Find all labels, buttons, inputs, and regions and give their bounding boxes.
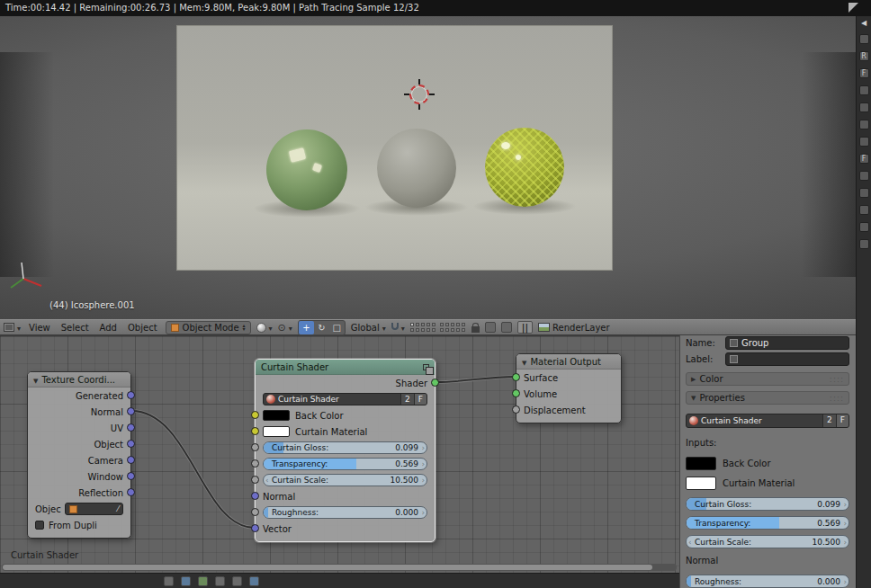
menu-select[interactable]: Select xyxy=(58,323,92,333)
vector-input-socket[interactable] xyxy=(251,492,259,500)
node-texture-coordinate[interactable]: Texture Coordi... Generated Normal UV Ob… xyxy=(27,371,131,539)
editor-type-icon[interactable] xyxy=(164,576,174,586)
shader-output-socket[interactable] xyxy=(431,379,439,387)
name-field[interactable]: Group xyxy=(725,336,849,350)
output-socket[interactable] xyxy=(127,456,135,464)
properties-section-header[interactable]: Properties :::: xyxy=(686,391,849,405)
shader-input-socket[interactable] xyxy=(512,389,520,397)
menu-view[interactable]: View xyxy=(26,323,53,333)
layer-dot[interactable] xyxy=(462,328,465,332)
curtain-material-swatch[interactable] xyxy=(686,477,716,490)
from-dupli-checkbox[interactable] xyxy=(35,521,44,530)
properties-tab-icon[interactable] xyxy=(859,239,869,249)
layer-dot[interactable] xyxy=(416,323,419,326)
scale-manipulator-button[interactable]: □ xyxy=(329,321,345,334)
properties-tab-icon[interactable] xyxy=(859,85,869,95)
roughness-slider[interactable]: Roughness: 0.000 xyxy=(263,506,427,519)
node-header[interactable]: Curtain Shader xyxy=(256,360,435,375)
node-footer-icon[interactable] xyxy=(232,576,242,586)
layer-dot[interactable] xyxy=(410,323,414,326)
layer-dot[interactable] xyxy=(410,328,414,332)
shading-dropdown[interactable] xyxy=(256,323,273,333)
label-field[interactable] xyxy=(725,352,849,366)
curtain-gloss-slider[interactable]: Curtain Gloss: 0.099 xyxy=(686,497,849,511)
back-color-swatch[interactable] xyxy=(263,410,290,421)
back-color-swatch[interactable] xyxy=(686,457,716,470)
render-layer-selector[interactable]: RenderLayer xyxy=(538,323,609,333)
orientation-dropdown[interactable]: Global xyxy=(351,323,386,333)
mode-dropdown[interactable]: Object Mode xyxy=(166,321,251,334)
horizontal-scrollbar[interactable] xyxy=(2,564,677,571)
output-socket[interactable] xyxy=(127,423,135,432)
layer-dot[interactable] xyxy=(427,323,430,326)
properties-tab-icon[interactable]: F xyxy=(859,154,869,164)
value-input-socket[interactable] xyxy=(512,405,520,414)
layer-dot[interactable] xyxy=(451,328,454,332)
properties-tab-icon[interactable]: F xyxy=(859,68,869,78)
lock-icon[interactable] xyxy=(471,326,480,333)
menu-add[interactable]: Add xyxy=(97,323,120,333)
output-socket[interactable] xyxy=(127,440,135,448)
material-users-button[interactable]: 2 xyxy=(822,414,836,427)
layer-dot[interactable] xyxy=(421,323,425,326)
output-socket[interactable] xyxy=(127,391,135,399)
render-pause-button[interactable]: || xyxy=(517,321,533,334)
output-socket[interactable] xyxy=(127,488,135,496)
curtain-scale-slider[interactable]: Curtain Scale: 10.500 xyxy=(686,535,849,548)
layer-dot[interactable] xyxy=(416,328,419,332)
properties-tab-icon[interactable] xyxy=(859,120,869,129)
material-fake-user-button[interactable]: F xyxy=(836,414,849,427)
area-resize-corner[interactable] xyxy=(849,3,858,13)
properties-tab-icon[interactable] xyxy=(859,34,869,44)
menu-object[interactable]: Object xyxy=(125,323,160,333)
properties-tab-icon[interactable] xyxy=(859,222,869,232)
layer-dot[interactable] xyxy=(445,323,449,326)
value-input-socket[interactable] xyxy=(251,459,259,468)
color-input-socket[interactable] xyxy=(251,427,259,435)
layer-dot[interactable] xyxy=(462,323,465,326)
node-material-output[interactable]: Material Output Surface Volume Displacem… xyxy=(516,353,622,423)
render-visibility-icon[interactable] xyxy=(485,322,496,333)
collapse-left-arrow-icon[interactable]: ◀ xyxy=(861,19,867,27)
snap-button[interactable] xyxy=(391,323,405,333)
node-footer-icon[interactable] xyxy=(181,576,191,586)
curtain-scale-slider[interactable]: Curtain Scale: 10.500 xyxy=(263,474,427,486)
value-input-socket[interactable] xyxy=(251,443,259,451)
value-input-socket[interactable] xyxy=(251,476,259,484)
properties-tab-icon[interactable] xyxy=(859,188,869,198)
transparency-slider[interactable]: Transparency: 0.569 xyxy=(263,458,427,470)
collapse-triangle-icon[interactable] xyxy=(33,375,38,385)
value-input-socket[interactable] xyxy=(251,508,259,516)
shader-input-socket[interactable] xyxy=(512,373,520,381)
vector-input-socket[interactable] xyxy=(251,524,259,532)
layer-dot[interactable] xyxy=(432,323,436,326)
layer-dot[interactable] xyxy=(445,328,449,332)
material-fake-user-button[interactable]: F xyxy=(414,394,427,405)
layer-dot[interactable] xyxy=(440,328,444,332)
pivot-dropdown[interactable] xyxy=(278,322,292,334)
translate-manipulator-button[interactable]: + xyxy=(299,321,314,334)
color-section-header[interactable]: Color :::: xyxy=(686,372,849,386)
color-input-socket[interactable] xyxy=(251,411,259,419)
node-expand-icon[interactable] xyxy=(423,364,429,370)
roughness-slider[interactable]: Roughness: 0.000 xyxy=(686,575,849,588)
node-footer-icon[interactable] xyxy=(198,576,208,586)
layer-dot[interactable] xyxy=(456,323,460,326)
layer-dot[interactable] xyxy=(440,323,444,326)
properties-tab-icon[interactable]: R xyxy=(859,51,869,61)
collapse-triangle-icon[interactable] xyxy=(522,357,526,367)
viewport-3d[interactable]: (44) Icosphere.001 xyxy=(0,16,856,319)
properties-tab-icon[interactable] xyxy=(859,137,869,147)
snap-target-icon[interactable] xyxy=(501,322,512,333)
editor-type-button[interactable] xyxy=(4,323,21,333)
material-selector[interactable]: Curtain Shader 2 F xyxy=(263,393,427,405)
object-field[interactable]: ⁄ xyxy=(65,503,123,515)
rotate-manipulator-button[interactable]: ↻ xyxy=(314,321,329,334)
layer-dot[interactable] xyxy=(427,328,430,332)
node-header[interactable]: Texture Coordi... xyxy=(28,372,130,388)
properties-tab-icon[interactable] xyxy=(859,171,869,181)
scrollbar-handle[interactable] xyxy=(3,565,652,570)
properties-tab-icon[interactable] xyxy=(859,102,869,112)
node-header[interactable]: Material Output xyxy=(516,354,621,370)
material-selector[interactable]: Curtain Shader 2 F xyxy=(686,414,849,428)
